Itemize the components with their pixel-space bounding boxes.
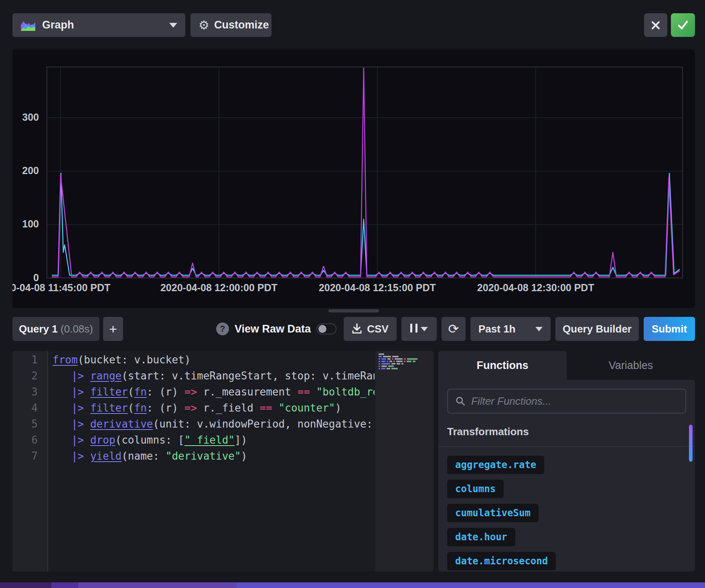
time-range-dropdown[interactable]: Past 1h: [470, 317, 551, 341]
resize-drag-handle[interactable]: [328, 309, 379, 312]
x-axis-tick-label: 2020-04-08 12:15:00 PDT: [319, 282, 436, 293]
x-axis-tick-label: 2020-04-08 12:00:00 PDT: [160, 282, 278, 293]
gear-icon: ⚙: [199, 18, 209, 32]
download-icon: [352, 323, 362, 335]
editor-lines[interactable]: from(bucket: v.bucket) |> range(start: v…: [53, 352, 375, 572]
line-number: 4: [12, 400, 47, 416]
view-options-bar: Graph ⚙ Customize: [12, 13, 695, 37]
svg-text:0: 0: [33, 272, 39, 283]
refresh-button[interactable]: ⟳: [442, 317, 466, 341]
code-line[interactable]: from(bucket: v.bucket): [53, 352, 375, 368]
line-number: 2: [12, 368, 47, 384]
query-tab[interactable]: Query 1 (0.08s): [12, 317, 99, 341]
flux-code-editor[interactable]: 1234567 from(bucket: v.bucket) |> range(…: [12, 351, 434, 572]
function-pill[interactable]: date.microsecond: [447, 552, 556, 570]
line-number: 5: [12, 416, 47, 432]
section-title: Transformations: [447, 426, 686, 438]
view-raw-data-toggle[interactable]: [316, 323, 336, 335]
customize-button[interactable]: ⚙ Customize: [190, 13, 271, 37]
refresh-icon: ⟳: [448, 321, 459, 337]
svg-text:200: 200: [22, 165, 39, 176]
search-icon: [455, 396, 466, 406]
svg-text:300: 300: [22, 112, 39, 123]
x-axis-tick-label: 0-04-08 11:45:00 PDT: [12, 282, 110, 293]
tab-functions[interactable]: Functions: [438, 351, 567, 380]
chart-series-derivative-magenta: [52, 68, 679, 277]
line-number: 6: [12, 432, 47, 448]
raw-data-group: ? View Raw Data: [216, 322, 336, 335]
checkmark-icon: [677, 20, 689, 30]
query-duration: (0.08s): [58, 323, 93, 335]
svg-text:100: 100: [22, 218, 39, 229]
functions-panel-body: Filter Functions... Transformations aggr…: [438, 380, 695, 572]
query-toolbar: Query 1 (0.08s) + ? View Raw Data CSV ⟳ …: [12, 317, 695, 341]
chevron-down-icon: [169, 23, 177, 28]
code-line[interactable]: |> yield(name: "derivative"): [53, 448, 375, 464]
function-pill[interactable]: columns: [447, 480, 504, 498]
filter-functions-input[interactable]: Filter Functions...: [447, 389, 686, 414]
pause-button[interactable]: [401, 317, 437, 341]
panel-tabbar: Functions Variables: [438, 351, 695, 380]
functions-panel: Functions Variables Filter Functions... …: [438, 351, 695, 572]
function-pill[interactable]: date.hour: [447, 528, 515, 546]
view-type-dropdown[interactable]: Graph: [12, 13, 185, 37]
csv-label: CSV: [367, 323, 388, 335]
editor-gutter: 1234567: [12, 351, 48, 572]
query-tab-name: Query 1: [19, 323, 58, 335]
chevron-down-icon: [535, 327, 543, 331]
view-raw-data-label: View Raw Data: [235, 323, 311, 335]
add-query-button[interactable]: +: [103, 317, 123, 341]
csv-download-button[interactable]: CSV: [344, 317, 397, 341]
area-chart-icon: [20, 19, 36, 31]
function-pill[interactable]: aggregate.rate: [447, 456, 544, 474]
query-builder-button[interactable]: Query Builder: [555, 317, 639, 341]
bottom-progress-strip: [0, 582, 705, 588]
toolbar-right-group: CSV ⟳ Past 1h Query Builder Submit: [344, 317, 695, 341]
filter-placeholder: Filter Functions...: [471, 395, 551, 408]
submit-button[interactable]: Submit: [644, 317, 695, 341]
chevron-down-icon: [421, 327, 428, 331]
code-line[interactable]: |> derivative(unit: v.windowPeriod, nonN…: [53, 416, 375, 432]
code-line[interactable]: |> filter(fn: (r) => r._field == "counte…: [53, 400, 375, 416]
code-line[interactable]: |> drop(columns: ["_field"]): [53, 432, 375, 448]
pause-icon: [410, 323, 417, 335]
customize-label: Customize: [214, 19, 269, 31]
close-icon: [650, 20, 661, 31]
code-line[interactable]: |> filter(fn: (r) => r._measurement == "…: [53, 384, 375, 400]
line-number: 3: [12, 384, 47, 400]
confirm-button[interactable]: [671, 13, 695, 37]
function-pill[interactable]: cumulativeSum: [447, 504, 539, 522]
tab-variables[interactable]: Variables: [567, 351, 695, 380]
editor-minimap: [379, 353, 434, 369]
time-range-label: Past 1h: [478, 323, 516, 335]
x-axis-tick-label: 2020-04-08 12:30:00 PDT: [477, 282, 594, 293]
editor-minimap-column[interactable]: [375, 351, 434, 572]
time-series-chart[interactable]: 01002003000-04-08 11:45:00 PDT2020-04-08…: [12, 49, 695, 308]
section-divider: [438, 446, 695, 447]
toggle-knob: [318, 325, 326, 333]
chart-svg: 01002003000-04-08 11:45:00 PDT2020-04-08…: [12, 49, 695, 308]
line-number: 1: [12, 352, 47, 368]
function-list: aggregate.ratecolumnscumulativeSumdate.h…: [447, 456, 686, 570]
view-type-label: Graph: [42, 19, 74, 31]
help-icon[interactable]: ?: [216, 322, 229, 335]
cancel-button[interactable]: [644, 13, 667, 37]
code-line[interactable]: |> range(start: v.timeRangeStart, stop: …: [53, 368, 375, 384]
line-number: 7: [12, 448, 47, 464]
scrollbar-thumb[interactable]: [689, 425, 693, 462]
save-cancel-group: [644, 13, 695, 37]
